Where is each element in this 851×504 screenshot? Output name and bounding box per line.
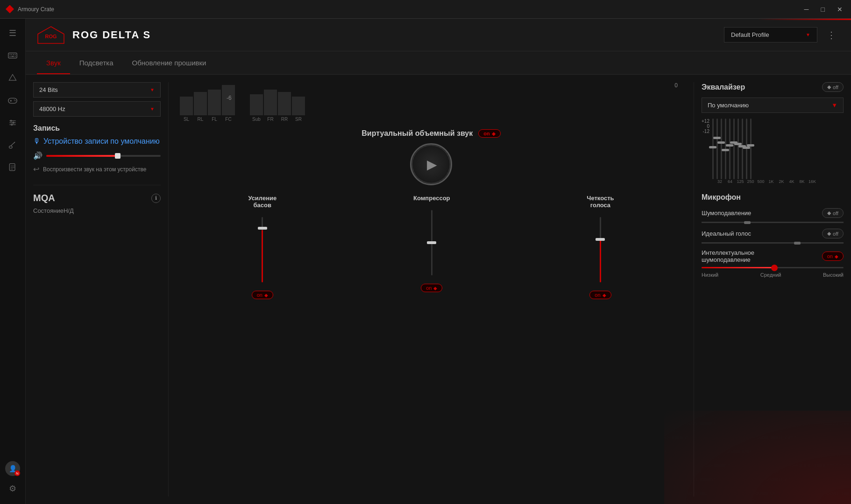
intelligent-ns-toggle-label: on: [827, 253, 833, 259]
eq-band-8k-thumb[interactable]: [743, 147, 750, 149]
ideal-voice-toggle[interactable]: ◆ off: [822, 229, 844, 238]
sample-rate-arrow-icon: ▼: [150, 106, 155, 112]
channel-gap: -6: [236, 85, 249, 122]
tabs-bar: Звук Подсветка Обновление прошивки: [26, 51, 851, 75]
eq-band-64-thumb[interactable]: [713, 137, 721, 139]
compressor-slider[interactable]: [431, 205, 433, 280]
sidebar-item-triangle[interactable]: [3, 68, 22, 88]
noise-suppression-slider[interactable]: [702, 222, 844, 223]
right-panel: Эквалайзер ◆ off По умолчанию ▼ +12 0 -1: [694, 82, 844, 497]
eq-band-8k[interactable]: [746, 119, 747, 179]
eq-band-1k[interactable]: [733, 119, 735, 179]
content-area: 24 Bits ▼ 48000 Hz ▼ Запись 🎙 Устройство…: [26, 75, 851, 504]
eq-band-250[interactable]: [725, 119, 726, 179]
voice-clarity-toggle[interactable]: on ◆: [589, 291, 611, 299]
eq-band-32-thumb[interactable]: [709, 146, 716, 148]
volume-slider[interactable]: [46, 155, 161, 157]
bass-boost-thumb[interactable]: [258, 227, 267, 230]
header-right: Default Profile ▼ ⋮: [724, 27, 840, 42]
sidebar-item-sliders[interactable]: [3, 113, 22, 133]
minimize-button[interactable]: ─: [801, 5, 812, 14]
sample-rate-value: 48000 Hz: [39, 105, 65, 112]
eq-preset-select[interactable]: По умолчанию ▼: [702, 98, 844, 113]
noise-suppression-thumb[interactable]: [744, 221, 751, 224]
eq-band-4k[interactable]: [742, 119, 743, 179]
mqa-info-button[interactable]: ℹ: [151, 194, 161, 203]
playback-label: Воспроизвести звук на этом устройстве: [43, 166, 146, 173]
eq-band-64[interactable]: [716, 119, 718, 179]
svg-rect-3: [13, 54, 14, 55]
profile-dropdown[interactable]: Default Profile ▼: [724, 27, 817, 42]
header-menu-button[interactable]: ⋮: [823, 28, 840, 42]
channel-value-top: 0: [674, 82, 678, 89]
bit-depth-select[interactable]: 24 Bits ▼: [33, 82, 161, 98]
ideal-voice-label: Идеальный голос: [702, 230, 751, 237]
intelligent-ns-slider[interactable]: [702, 267, 844, 268]
bass-boost-slider[interactable]: [262, 212, 263, 287]
noise-suppression-toggle-label: off: [833, 210, 838, 216]
bass-boost-toggle[interactable]: on ◆: [252, 291, 273, 299]
compressor-toggle[interactable]: on ◆: [421, 284, 442, 292]
channel-sr: SR: [292, 97, 305, 122]
eq-band-125-thumb[interactable]: [717, 141, 725, 144]
compressor-thumb[interactable]: [427, 241, 436, 244]
eq-band-500[interactable]: [729, 119, 730, 179]
compressor-control: Компрессор on ◆: [413, 195, 450, 299]
eq-band-500-thumb[interactable]: [726, 144, 733, 147]
vs-label-text: Виртуальный объемный звук: [362, 129, 473, 138]
header: ROG ROG DELTA S Default Profile ▼ ⋮: [26, 19, 851, 51]
playback-icon: ↩: [33, 165, 39, 174]
intelligent-ns-toggle[interactable]: on ◆: [822, 252, 844, 261]
sidebar-item-brush[interactable]: [3, 135, 22, 155]
svg-rect-7: [15, 56, 16, 57]
ideal-voice-slider[interactable]: [702, 242, 844, 244]
eq-band-16k[interactable]: [750, 119, 752, 179]
sample-rate-select[interactable]: 48000 Hz ▼: [33, 101, 161, 117]
intelligent-ns-slider-thumb[interactable]: [771, 265, 778, 271]
voice-clarity-thumb[interactable]: [596, 238, 605, 241]
ideal-voice-thumb[interactable]: [794, 242, 801, 245]
maximize-button[interactable]: □: [818, 5, 828, 14]
notification-badge: N: [14, 470, 20, 476]
eq-bands: [712, 119, 752, 179]
bit-depth-value: 24 Bits: [39, 86, 58, 93]
eq-toggle[interactable]: ◆ off: [822, 82, 844, 92]
channel-rr: RR: [278, 92, 291, 122]
voice-clarity-diamond-icon: ◆: [603, 293, 606, 298]
svg-point-11: [14, 99, 15, 100]
noise-suppression-label: Шумоподавление: [702, 210, 751, 217]
play-icon: ▶: [427, 157, 437, 172]
bit-depth-arrow-icon: ▼: [150, 87, 155, 92]
voice-clarity-toggle-label: on: [595, 292, 600, 298]
microphone-section: Микрофон Шумоподавление ◆ off Идеальный …: [702, 193, 844, 278]
play-button[interactable]: ▶: [410, 143, 452, 185]
eq-band-250-thumb[interactable]: [722, 149, 729, 151]
eq-band-2k[interactable]: [738, 119, 739, 179]
sidebar-item-settings[interactable]: ⚙: [3, 479, 22, 498]
user-avatar[interactable]: 👤 N: [5, 461, 20, 476]
tab-sound[interactable]: Звук: [37, 51, 70, 74]
tab-lighting[interactable]: Подсветка: [70, 51, 123, 74]
sidebar-item-menu[interactable]: ☰: [3, 23, 22, 43]
volume-slider-thumb[interactable]: [115, 153, 121, 159]
eq-band-32[interactable]: [712, 119, 714, 179]
bass-boost-toggle-label: on: [257, 292, 262, 298]
main-area: ROG ROG DELTA S Default Profile ▼ ⋮ Звук…: [26, 19, 851, 504]
sidebar-item-document[interactable]: [3, 158, 22, 177]
channel-rl: RL: [194, 92, 207, 122]
app-title: Armoury Crate: [18, 6, 54, 13]
mic-title: Микрофон: [702, 193, 844, 202]
vs-toggle[interactable]: on ◆: [478, 129, 500, 138]
close-button[interactable]: ✕: [834, 5, 845, 14]
virtual-surround-section: Виртуальный объемный звук on ◆ ▶: [180, 129, 682, 185]
tab-firmware[interactable]: Обновление прошивки: [123, 51, 216, 74]
eq-band-16k-thumb[interactable]: [747, 144, 754, 147]
equalizer-section: Эквалайзер ◆ off По умолчанию ▼ +12 0 -1: [702, 82, 844, 184]
recording-device-link[interactable]: 🎙 Устройство записи по умолчанию: [33, 137, 161, 146]
sidebar-item-keyboard[interactable]: [3, 46, 22, 65]
sidebar-item-gamepad[interactable]: [3, 91, 22, 110]
voice-clarity-slider[interactable]: [600, 212, 601, 287]
playback-checkbox-row[interactable]: ↩ Воспроизвести звук на этом устройстве: [33, 165, 161, 174]
noise-suppression-toggle[interactable]: ◆ off: [822, 208, 844, 218]
channel-fr: FR: [264, 90, 277, 122]
